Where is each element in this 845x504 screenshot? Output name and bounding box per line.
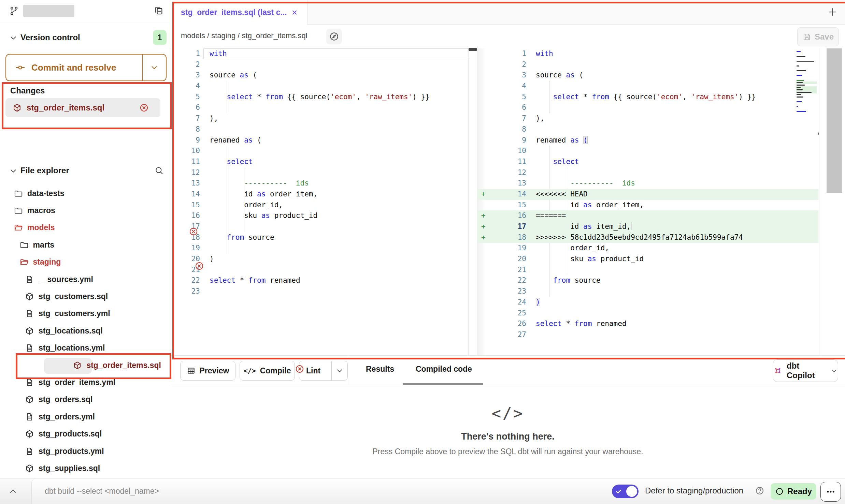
code-line-22[interactable]: 22 from source xyxy=(477,275,818,286)
code-line-1[interactable]: 1with xyxy=(477,48,818,59)
explorer-item-stg_order_items.yml[interactable]: stg_order_items.yml xyxy=(0,374,171,391)
code-line-8[interactable]: 8 xyxy=(477,124,818,135)
branch-name-redacted[interactable] xyxy=(23,5,74,17)
code-line-14[interactable]: +14<<<<<<< HEAD xyxy=(477,189,818,200)
close-tab-icon[interactable]: × xyxy=(292,7,297,18)
lint-button[interactable]: Lint xyxy=(299,361,348,381)
code-pane-original[interactable]: 1with23source as (45 select * from {{ so… xyxy=(171,48,468,297)
explorer-item-stg_products.sql[interactable]: stg_products.sql xyxy=(0,425,171,442)
explorer-item-__sources.yml[interactable]: __sources.yml xyxy=(0,271,171,288)
code-line-14[interactable]: 14 id as order_item, xyxy=(171,189,468,200)
code-line-9[interactable]: 9renamed as ( xyxy=(477,135,818,146)
discard-change-icon[interactable] xyxy=(195,261,204,271)
explorer-item-marts[interactable]: marts xyxy=(0,236,171,253)
code-line-23[interactable]: 23 xyxy=(171,286,468,297)
code-line-20[interactable]: 20 sku as product_id xyxy=(477,254,818,265)
explorer-item-macros[interactable]: macros xyxy=(0,202,171,219)
explorer-item-stg_customers.sql[interactable]: stg_customers.sql xyxy=(0,288,171,305)
explorer-item-stg_locations.yml[interactable]: stg_locations.yml xyxy=(0,340,171,357)
code-line-6[interactable]: 6 xyxy=(477,102,818,113)
code-line-5[interactable]: 5 select * from {{ source('ecom', 'raw_i… xyxy=(171,92,468,103)
compile-button[interactable]: </> Compile xyxy=(240,361,295,381)
chevron-down-icon[interactable] xyxy=(9,166,18,175)
chevron-down-icon[interactable] xyxy=(9,33,18,42)
search-icon[interactable] xyxy=(154,166,164,175)
commit-and-resolve-button[interactable]: Commit and resolve xyxy=(5,54,167,81)
code-line-23[interactable]: 23 xyxy=(477,286,818,297)
code-line-7[interactable]: 7), xyxy=(477,113,818,124)
code-line-12[interactable]: 12 xyxy=(171,167,468,178)
tab-compiled-code[interactable]: Compiled code xyxy=(416,365,472,374)
code-line-17[interactable]: 17 xyxy=(171,221,468,232)
version-control-title[interactable]: Version control xyxy=(20,33,80,42)
code-line-22[interactable]: 22select * from renamed xyxy=(171,275,468,286)
explorer-item-staging[interactable]: staging xyxy=(0,254,171,271)
code-line-19[interactable]: 19 order_id, xyxy=(477,243,818,254)
code-line-25[interactable]: 25 xyxy=(477,308,818,319)
code-line-8[interactable]: 8 xyxy=(171,124,468,135)
minimap[interactable] xyxy=(796,50,817,115)
explorer-item-stg_supplies.sql[interactable]: stg_supplies.sql xyxy=(0,460,171,477)
explorer-item-stg_orders.yml[interactable]: stg_orders.yml xyxy=(0,408,171,425)
code-line-3[interactable]: 3source as ( xyxy=(477,70,818,81)
preview-button[interactable]: Preview xyxy=(180,361,235,381)
code-line-17[interactable]: +17 id as item_id, xyxy=(477,221,818,232)
copy-icon[interactable] xyxy=(154,5,164,16)
code-line-1[interactable]: 1with xyxy=(171,48,468,59)
explorer-item-models[interactable]: models xyxy=(0,219,171,236)
code-line-13[interactable]: 13 ---------- ids xyxy=(477,178,818,189)
command-input[interactable]: dbt build --select <model_name> xyxy=(45,487,159,496)
discard-change-icon[interactable] xyxy=(189,227,198,236)
code-line-13[interactable]: 13 ---------- ids xyxy=(171,178,468,189)
code-line-3[interactable]: 3source as ( xyxy=(171,70,468,81)
code-line-11[interactable]: 11 select xyxy=(171,157,468,167)
code-line-15[interactable]: 15 order_id, xyxy=(171,200,468,211)
code-line-16[interactable]: 16 sku as product_id xyxy=(171,210,468,221)
code-line-26[interactable]: 26select * from renamed xyxy=(477,318,818,329)
discard-change-icon[interactable] xyxy=(295,364,304,374)
code-line-24[interactable]: 24) xyxy=(477,297,818,308)
code-line-7[interactable]: 7), xyxy=(171,113,468,124)
explorer-item-stg_order_items.sql[interactable]: stg_order_items.sql xyxy=(0,357,171,374)
code-line-4[interactable]: 4 xyxy=(477,81,818,92)
new-tab-icon[interactable] xyxy=(827,7,837,17)
code-line-19[interactable]: 19 xyxy=(171,243,468,254)
explorer-item-stg_customers.yml[interactable]: stg_customers.yml xyxy=(0,305,171,322)
code-line-5[interactable]: 5 select * from {{ source('ecom', 'raw_i… xyxy=(477,92,818,103)
explorer-item-stg_orders.sql[interactable]: stg_orders.sql xyxy=(0,391,171,408)
code-line-12[interactable]: 12 xyxy=(477,167,818,178)
commit-options-button[interactable] xyxy=(142,55,166,80)
save-button[interactable]: Save xyxy=(797,27,839,46)
chevron-up-icon[interactable] xyxy=(8,487,18,496)
code-line-27[interactable]: 27 xyxy=(477,329,818,340)
explorer-item-stg_products.yml[interactable]: stg_products.yml xyxy=(0,443,171,460)
code-line-15[interactable]: 15 id as order_item, xyxy=(477,200,818,211)
code-line-10[interactable]: 10 xyxy=(477,146,818,157)
code-pane-conflict[interactable]: 1with23source as (45 select * from {{ so… xyxy=(477,48,818,340)
code-line-18[interactable]: +18>>>>>>> 58c1dd23d5eebd9cd2495fa7124ab… xyxy=(477,232,818,243)
code-line-6[interactable]: 6 xyxy=(171,102,468,113)
left-pane-scroll-indicator[interactable] xyxy=(469,48,477,51)
code-line-16[interactable]: +16======= xyxy=(477,210,818,221)
changed-file-item[interactable]: stg_order_items.sql xyxy=(5,98,160,117)
explorer-item-data-tests[interactable]: data-tests xyxy=(0,185,171,202)
code-line-11[interactable]: 11 select xyxy=(477,157,818,167)
compass-icon[interactable] xyxy=(326,29,342,44)
code-line-2[interactable]: 2 xyxy=(171,59,468,70)
code-line-18[interactable]: 18 from source xyxy=(171,232,468,243)
discard-change-icon[interactable] xyxy=(139,103,149,113)
code-line-9[interactable]: 9renamed as ( xyxy=(171,135,468,146)
status-badge[interactable]: Ready xyxy=(771,483,816,500)
code-line-20[interactable]: 20) xyxy=(171,254,468,265)
scrollbar-thumb[interactable] xyxy=(827,48,842,193)
lint-options-button[interactable] xyxy=(331,361,347,380)
file-explorer-title[interactable]: File explorer xyxy=(20,166,69,175)
code-line-21[interactable]: 21 xyxy=(477,265,818,276)
code-line-4[interactable]: 4 xyxy=(171,81,468,92)
code-line-10[interactable]: 10 xyxy=(171,146,468,157)
code-line-21[interactable]: 21 xyxy=(171,265,468,276)
dbt-copilot-button[interactable]: dbt Copilot xyxy=(773,359,838,382)
explorer-item-stg_locations.sql[interactable]: stg_locations.sql xyxy=(0,322,171,339)
help-icon[interactable] xyxy=(755,486,764,495)
code-line-2[interactable]: 2 xyxy=(477,59,818,70)
